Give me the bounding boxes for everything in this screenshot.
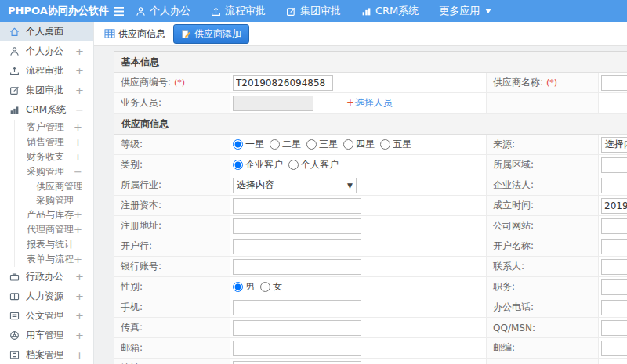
sidebar-item-7[interactable]: 财务收支+ <box>0 150 93 164</box>
expand-toggle-icon[interactable]: + <box>75 271 84 283</box>
sidebar-item-11[interactable]: 产品与库存+ <box>0 207 93 222</box>
expand-toggle-icon[interactable]: + <box>74 254 82 265</box>
sidebar-item-18[interactable]: 用车管理+ <box>0 326 93 345</box>
expand-toggle-icon[interactable]: − <box>75 104 84 116</box>
sidebar-item-0[interactable]: 个人桌面 <box>0 22 93 41</box>
expand-toggle-icon[interactable]: + <box>74 151 82 163</box>
level-radio-group-radio[interactable] <box>343 139 353 150</box>
position-input[interactable] <box>601 279 627 295</box>
level-radio-group-radio[interactable] <box>306 139 317 150</box>
expand-toggle-icon[interactable]: + <box>75 290 84 302</box>
level-radio-group-radio[interactable] <box>233 139 243 150</box>
field-label-text: 联系人: <box>493 260 524 273</box>
sidebar-item-16[interactable]: 人力资源+ <box>0 287 93 306</box>
account-name-input[interactable] <box>601 239 627 254</box>
expand-toggle-icon[interactable]: + <box>74 136 82 148</box>
mobile-input[interactable] <box>233 300 361 315</box>
bank-name-input[interactable] <box>233 239 361 254</box>
level-radio-group-option[interactable]: 五星 <box>380 138 411 151</box>
sidebar-item-4[interactable]: CRM系统− <box>0 100 93 120</box>
level-radio-group-radio[interactable] <box>380 139 390 150</box>
sidebar-item-3[interactable]: 集团审批+ <box>0 81 93 100</box>
sidebar-item-15[interactable]: 行政办公+ <box>0 267 93 287</box>
category-radio-group-option[interactable]: 企业客户 <box>233 158 283 171</box>
gender-radio-group-option[interactable]: 男 <box>233 280 255 294</box>
industry-select-value: 选择内容 <box>237 178 274 192</box>
expand-toggle-icon[interactable]: + <box>75 330 84 341</box>
expand-toggle-icon[interactable]: + <box>75 349 84 361</box>
field-cell: 一星二星三星四星五星 <box>230 135 487 155</box>
sidebar-item-12[interactable]: 代理商管理+ <box>0 222 93 237</box>
level-radio-group-option[interactable]: 四星 <box>343 138 375 151</box>
sidebar-item-10[interactable]: 采购管理 <box>0 193 93 207</box>
sidebar-item-19[interactable]: 档案管理+ <box>0 345 93 364</box>
qq-msn-input[interactable] <box>601 320 627 336</box>
sidebar-item-8[interactable]: 采购管理− <box>0 164 93 179</box>
supplier-code-input[interactable] <box>233 75 333 91</box>
sidebar-item-1[interactable]: 个人办公+ <box>0 41 93 61</box>
sidebar-item-9[interactable]: 供应商管理 <box>0 179 93 193</box>
registered-capital-input[interactable] <box>233 198 361 214</box>
sidebar-item-5[interactable]: 客户管理+ <box>0 120 93 135</box>
address-input[interactable] <box>233 361 361 364</box>
expand-toggle-icon[interactable]: + <box>74 209 82 221</box>
radio-option-label: 二星 <box>282 138 301 151</box>
topnav-item-0[interactable]: 个人办公 <box>136 4 190 18</box>
gender-radio-group-radio[interactable] <box>260 282 270 292</box>
topnav-item-4[interactable]: 更多应用 <box>439 4 491 18</box>
category-radio-group-radio[interactable] <box>233 160 243 170</box>
level-radio-group-option[interactable]: 三星 <box>306 138 338 151</box>
topnav-item-1[interactable]: 流程审批 <box>211 4 266 18</box>
choose-person-link[interactable]: +选择人员 <box>346 96 393 110</box>
contact-person-input[interactable] <box>601 259 627 275</box>
radio-option-label: 女 <box>273 280 282 294</box>
level-radio-group-radio[interactable] <box>270 139 280 150</box>
expand-toggle-icon[interactable]: − <box>74 166 82 178</box>
bank-account-input[interactable] <box>233 259 361 275</box>
sidebar-item-17[interactable]: 公文管理+ <box>0 306 93 326</box>
app-logo: PHPOA协同办公软件 <box>0 4 107 18</box>
expand-toggle-icon[interactable]: + <box>75 45 84 57</box>
sidebar-item-14[interactable]: 表单与流程设置+ <box>0 252 93 267</box>
tab-supplier-add[interactable]: 供应商添加 <box>173 24 249 44</box>
level-radio-group-option[interactable]: 一星 <box>233 138 264 151</box>
level-radio-group-option[interactable]: 二星 <box>270 138 301 151</box>
expand-toggle-icon[interactable]: + <box>75 65 84 77</box>
category-radio-group-option[interactable]: 个人客户 <box>288 158 339 171</box>
tab-supplier-list[interactable]: 供应商信息 <box>104 27 165 41</box>
hamburger-menu-icon[interactable] <box>113 6 125 16</box>
legal-person-input[interactable] <box>601 178 627 193</box>
expand-toggle-icon[interactable]: + <box>74 121 82 133</box>
field-label-text: 开户名称: <box>493 240 534 253</box>
email-input[interactable] <box>233 341 361 356</box>
region-input[interactable] <box>601 157 627 173</box>
sidebar-item-label: 采购管理 <box>27 165 74 178</box>
company-website-input[interactable] <box>601 218 627 234</box>
expand-toggle-icon[interactable]: + <box>74 224 82 236</box>
registered-address-input[interactable] <box>233 218 361 234</box>
field-label: 企业法人: <box>487 175 599 196</box>
expand-toggle-icon[interactable]: + <box>75 310 84 322</box>
sidebar-item-2[interactable]: 流程审批+ <box>0 61 93 81</box>
source-select[interactable]: 选择内容▼ <box>601 137 627 153</box>
gender-radio-group-radio[interactable] <box>233 282 243 292</box>
expand-toggle-icon[interactable]: + <box>75 85 84 96</box>
field-label-text: 邮箱: <box>121 341 143 355</box>
category-radio-group-radio[interactable] <box>288 160 299 170</box>
office-phone-input[interactable] <box>601 300 627 315</box>
zip-code-input[interactable] <box>601 341 627 356</box>
supplier-name-input[interactable] <box>601 75 627 91</box>
flow-icon <box>9 66 21 76</box>
topnav-item-3[interactable]: CRM系统 <box>361 4 419 18</box>
fax-input[interactable] <box>233 320 361 336</box>
field-cell <box>230 338 487 359</box>
sidebar: 个人桌面个人办公+流程审批+集团审批+CRM系统−客户管理+销售管理+财务收支+… <box>0 22 94 364</box>
field-cell <box>599 318 627 338</box>
sidebar-item-6[interactable]: 销售管理+ <box>0 135 93 150</box>
topnav-label: 更多应用 <box>439 4 480 18</box>
established-date-input[interactable] <box>601 198 627 214</box>
topnav-item-2[interactable]: 集团审批 <box>286 4 341 18</box>
sidebar-item-13[interactable]: 报表与统计 <box>0 237 93 252</box>
gender-radio-group-option[interactable]: 女 <box>260 280 282 294</box>
industry-select[interactable]: 选择内容▼ <box>233 178 357 193</box>
